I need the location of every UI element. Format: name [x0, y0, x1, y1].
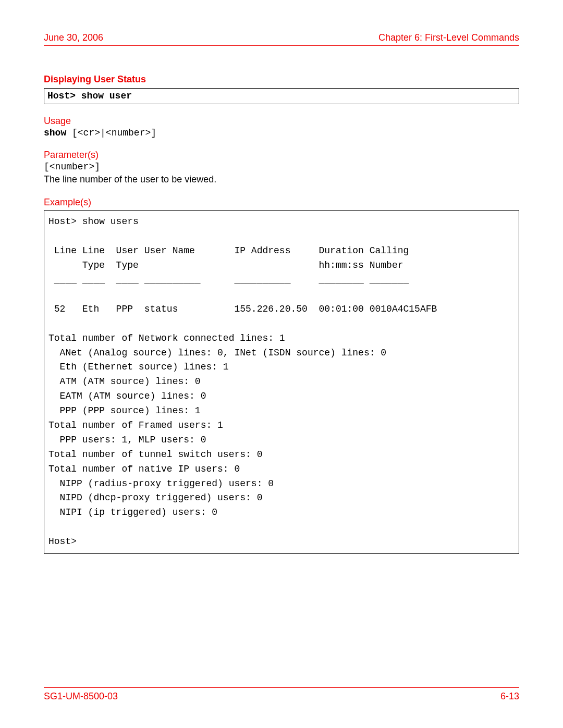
page-footer: SG1-UM-8500-03 6-13: [44, 687, 519, 702]
usage-cmd-bold: show: [44, 128, 66, 138]
examples-heading: Example(s): [44, 197, 519, 208]
usage-syntax: show [<cr>|<number>]: [44, 128, 519, 138]
header-date: June 30, 2006: [44, 32, 103, 43]
page: June 30, 2006 Chapter 6: First-Level Com…: [0, 0, 563, 728]
section-title: Displaying User Status: [44, 74, 519, 85]
page-header: June 30, 2006 Chapter 6: First-Level Com…: [44, 32, 519, 46]
usage-cmd-rest: [<cr>|<number>]: [66, 128, 156, 138]
parameters-heading: Parameter(s): [44, 150, 519, 161]
usage-heading: Usage: [44, 116, 519, 127]
footer-page-number: 6-13: [500, 691, 519, 702]
parameter-description: The line number of the user to be viewed…: [44, 173, 519, 186]
header-chapter: Chapter 6: First-Level Commands: [378, 32, 519, 43]
examples-output: Host> show users Line Line User User Nam…: [44, 210, 519, 553]
parameter-token: [<number>]: [44, 162, 519, 172]
footer-doc-id: SG1-UM-8500-03: [44, 691, 118, 702]
command-box: Host> show user: [44, 88, 519, 104]
